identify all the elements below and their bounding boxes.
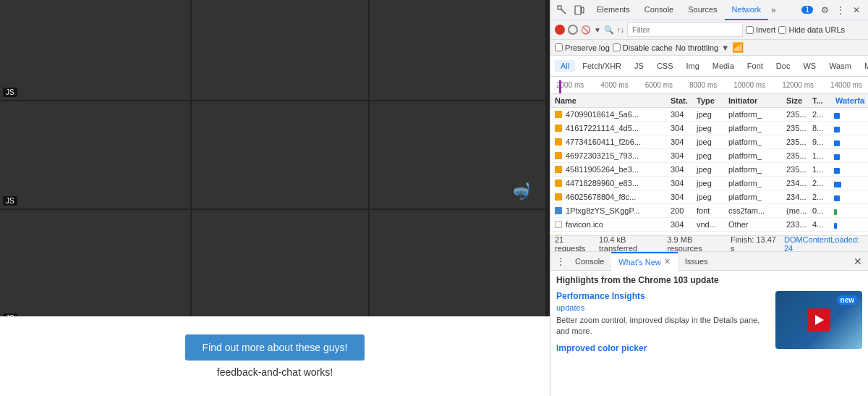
panel-tab-close-icon[interactable]: ✕ (664, 257, 671, 266)
notification-badge: 1 (801, 6, 813, 14)
wifi-icon[interactable]: 📶 (732, 42, 744, 53)
photo-gallery: JS JS 🤿 JS Find out more about these guy… (0, 0, 550, 396)
table-row[interactable]: 47099018614_5a6... 304 jpeg platform_ 23… (550, 108, 868, 122)
disable-cache-checkbox[interactable] (613, 43, 621, 51)
row-waterfall (833, 137, 865, 147)
row-initiator: platform_ (727, 178, 785, 188)
hide-data-urls-label: Hide data URLs (778, 25, 845, 34)
network-toolbar: 🚫 ▼ 🔍 ↑↓ Invert Hide data URLs (550, 20, 868, 40)
filter-tab-ws[interactable]: WS (797, 60, 822, 72)
file-type-icon (555, 125, 562, 132)
filter-tab-all[interactable]: All (555, 60, 575, 72)
col-name[interactable]: Name (553, 96, 669, 106)
close-devtools-button[interactable]: ✕ (849, 3, 864, 17)
tab-sources[interactable]: Sources (681, 0, 724, 20)
row-status: 304 (669, 192, 695, 202)
devtools-toolbar-icons (555, 3, 587, 17)
timeline-labels: 2000 ms 4000 ms 6000 ms 8000 ms 10000 ms… (550, 77, 868, 93)
col-time[interactable]: T... (811, 96, 833, 106)
panel-tab-console-label: Console (575, 257, 604, 266)
col-size[interactable]: Size (785, 96, 811, 106)
col-type[interactable]: Type (695, 96, 727, 106)
settings-button[interactable]: ⚙ (817, 3, 832, 17)
preserve-log-label: Preserve log (555, 43, 610, 52)
throttling-dropdown-icon[interactable]: ▼ (721, 43, 729, 52)
tab-elements[interactable]: Elements (590, 0, 637, 20)
filter-tab-css[interactable]: CSS (651, 60, 679, 72)
panel-tab-whats-new-label: What's New (618, 258, 660, 266)
youtube-play-button[interactable] (807, 308, 830, 332)
col-status[interactable]: Stat. (669, 96, 695, 106)
panel-tab-issues[interactable]: Issues (678, 252, 715, 271)
filter-icon: ▼ (594, 26, 601, 34)
network-table: 47099018614_5a6... 304 jpeg platform_ 23… (550, 108, 868, 235)
col-waterfall[interactable]: Waterfall ▲ (833, 96, 865, 106)
tab-more-icon[interactable]: » (768, 0, 779, 20)
devtools-bottom-panel: ⋮ Console What's New ✕ Issues ✕ Highligh… (550, 251, 868, 396)
row-size: 235... (785, 137, 811, 147)
network-filter-input[interactable] (627, 22, 743, 37)
status-transferred: 10.4 kB transferred (599, 235, 661, 253)
table-row[interactable]: 41617221114_4d5... 304 jpeg platform_ 23… (550, 122, 868, 135)
search-network-icon[interactable]: 🔍 (604, 25, 614, 35)
row-type: jpeg (695, 123, 727, 133)
timeline-label-4: 10000 ms (733, 81, 765, 89)
table-row[interactable]: 45811905264_be3... 304 jpeg platform_ 23… (550, 163, 868, 177)
record-button[interactable] (555, 25, 565, 35)
row-size: (me... (785, 206, 811, 216)
panel-tab-whats-new[interactable]: What's New ✕ (611, 252, 677, 271)
row-type: vnd... (695, 219, 727, 229)
find-more-button[interactable]: Find out more about these guys! (185, 334, 365, 361)
panel-dots-icon[interactable]: ⋮ (553, 252, 568, 271)
no-throttling-select[interactable]: No throttling (676, 43, 718, 52)
row-initiator: css2fam... (727, 206, 785, 216)
row-size: 235... (785, 151, 811, 161)
row-name: favicon.ico (553, 219, 669, 230)
import-export-icon[interactable]: ↑↓ (617, 26, 624, 34)
timeline-label-1: 4000 ms (600, 81, 628, 89)
svg-rect-3 (582, 7, 584, 13)
table-row[interactable]: 44718289960_e83... 304 jpeg platform_ 23… (550, 177, 868, 190)
panel-close-button[interactable]: ✕ (851, 252, 865, 271)
tab-network[interactable]: Network (725, 0, 768, 20)
row-waterfall (833, 206, 865, 216)
stop-button[interactable] (568, 25, 578, 35)
col-initiator[interactable]: Initiator (727, 96, 785, 106)
more-options-button[interactable]: ⋮ (833, 3, 848, 17)
preserve-log-checkbox[interactable] (555, 43, 563, 51)
filter-tab-media[interactable]: Media (707, 60, 740, 72)
row-size: 235... (785, 109, 811, 119)
js-badge-2: JS (3, 196, 17, 206)
row-name-text: 45811905264_be3... (564, 164, 640, 174)
row-name: 1Ptxg8zYS_SKggP... (553, 205, 669, 216)
clear-button[interactable]: 🚫 (581, 25, 591, 35)
tab-console[interactable]: Console (637, 0, 681, 20)
panel-tab-console[interactable]: Console (568, 252, 611, 271)
row-status: 304 (669, 123, 695, 133)
table-row[interactable]: 46972303215_793... 304 jpeg platform_ 23… (550, 149, 868, 163)
file-type-icon (555, 138, 562, 146)
table-row[interactable]: 1Ptxg8zYS_SKggP... 200 font css2fam... (… (550, 204, 868, 218)
row-type: jpeg (695, 109, 727, 119)
device-toolbar-button[interactable] (572, 3, 587, 17)
table-row[interactable]: 47734160411_f2b6... 304 jpeg platform_ 2… (550, 135, 868, 149)
filter-tab-js[interactable]: JS (629, 60, 650, 72)
svg-rect-0 (558, 6, 561, 9)
invert-checkbox[interactable] (746, 26, 754, 34)
row-name-text: 47099018614_5a6... (564, 109, 640, 119)
filter-tab-font[interactable]: Font (741, 60, 769, 72)
filter-tab-doc[interactable]: Doc (770, 60, 796, 72)
table-row[interactable]: favicon.ico 304 vnd... Other 233... 4... (550, 218, 868, 232)
new-badge: new (837, 295, 858, 305)
devtools-toolbar: Elements Console Sources Network » 1 ⚙ ⋮… (550, 0, 868, 20)
row-name-text: favicon.ico (564, 219, 605, 229)
row-name: 45811905264_be3... (553, 164, 669, 175)
filter-tab-img[interactable]: Img (681, 60, 705, 72)
hide-data-urls-checkbox[interactable] (778, 26, 786, 34)
filter-tab-fetch[interactable]: Fetch/XHR (576, 60, 627, 72)
table-row[interactable]: 46025678804_f8c... 304 jpeg platform_ 23… (550, 190, 868, 204)
filter-tab-wasm[interactable]: Wasm (823, 60, 857, 72)
whats-new-text-area: Performance Insights updates Better zoom… (556, 291, 770, 353)
filter-tab-manifest[interactable]: Manifest (859, 60, 868, 72)
inspect-element-button[interactable] (555, 3, 569, 17)
